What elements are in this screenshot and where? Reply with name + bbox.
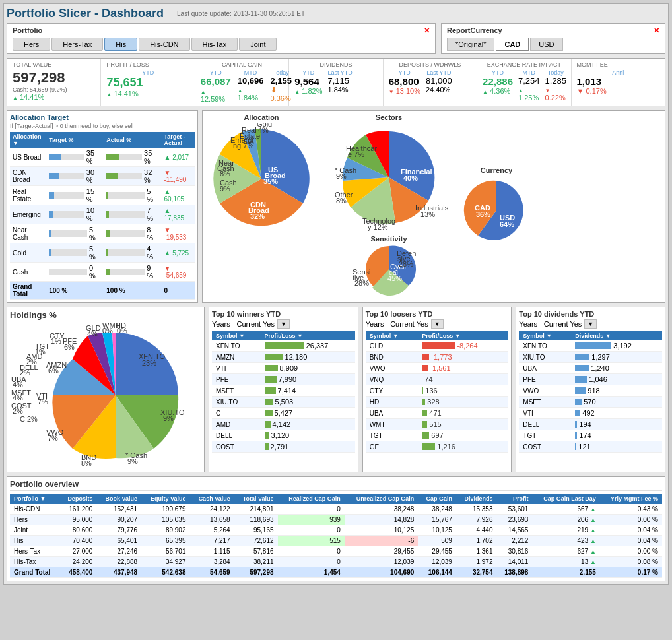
- mgmt-fee-annl: 1,013: [577, 76, 659, 87]
- capital-gain-block: Capital Gain YTD 66,087 12.59% MTD 10,69…: [195, 59, 289, 106]
- div-symbol: UBA: [519, 363, 571, 374]
- overview-capgain-header: Cap Gain: [418, 494, 456, 504]
- overview-row-equity: 190,679: [141, 504, 189, 515]
- currency-usd[interactable]: USD: [530, 38, 562, 51]
- profit-loss-pct: 14.41%: [106, 90, 189, 98]
- svg-text:8%: 8%: [81, 459, 92, 467]
- overview-row-caplast: 423 ▲: [532, 536, 599, 546]
- overview-row-caplast: 627 ▲: [532, 546, 599, 557]
- svg-text:9%: 9%: [220, 185, 230, 193]
- holdings-title: Holdings %: [10, 310, 201, 320]
- dividends-label: Dividends: [294, 61, 377, 68]
- alloc-row-actual: 5 %: [104, 186, 161, 205]
- overview-cash-header: Cash Value: [189, 494, 234, 504]
- loser-value: 697: [418, 430, 508, 441]
- svg-text:8%: 8%: [336, 197, 347, 205]
- overview-row-deposits: 80,600: [59, 525, 96, 536]
- top10-dividends-filter: Years - Current Yes ▼: [519, 319, 662, 329]
- alloc-row-name: Near Cash: [10, 224, 46, 243]
- tab-hers[interactable]: Hers: [13, 38, 50, 51]
- overview-row-realized: 0: [278, 504, 345, 515]
- deposits-ytd: 68,800: [389, 76, 420, 87]
- overview-row-book: 152,431: [96, 504, 141, 515]
- svg-text:7%: 7%: [38, 398, 48, 406]
- svg-text:9%: 9%: [163, 414, 174, 422]
- overview-row-mgmt: 0.04 %: [600, 536, 662, 546]
- overview-row-unrealized: 12,039: [345, 557, 418, 567]
- overview-row-total: 118,693: [234, 515, 278, 525]
- svg-text:4%: 4%: [13, 381, 23, 389]
- capital-gain-today: 2,155: [271, 76, 292, 86]
- currency-original[interactable]: *Original*: [447, 38, 494, 51]
- svg-text:y 12%: y 12%: [368, 223, 388, 231]
- overview-row-unrealized: 38,248: [345, 504, 418, 515]
- overview-grand-total-mgmt: 0.17 %: [600, 567, 662, 578]
- portfolio-clear-btn[interactable]: ✕: [424, 26, 430, 35]
- div-symbol: VWO: [519, 385, 571, 397]
- loser-value: 74: [418, 374, 508, 385]
- portfolio-overview-panel: Portfolio overview Portfolio ▼ Deposits …: [7, 476, 665, 581]
- overview-row-mgmt: 0.00 %: [600, 515, 662, 525]
- tab-joint[interactable]: Joint: [239, 38, 277, 51]
- overview-portfolio-header: Portfolio ▼: [10, 494, 59, 504]
- top10-dividends-filter-btn[interactable]: ▼: [584, 319, 597, 329]
- loser-value: -8,264: [418, 340, 508, 352]
- alloc-row-name: Emerging: [10, 205, 46, 224]
- sectors-pie-chart: Financial 40% Industrials 13% Technolog …: [323, 121, 455, 234]
- overview-row-deposits: 95,000: [59, 515, 96, 525]
- alloc-row-name: Gold: [10, 243, 46, 263]
- middle-section: Allocation Target If [Target-Actual] > 0…: [7, 110, 665, 303]
- currency-title: Currency: [481, 166, 512, 174]
- overview-row-deposits: 27,000: [59, 546, 96, 557]
- svg-text:23%: 23%: [142, 359, 156, 367]
- svg-text:4%: 4%: [13, 394, 23, 402]
- svg-text:45%: 45%: [387, 274, 402, 282]
- overview-row-equity: 89,902: [141, 525, 189, 536]
- profit-loss-ytd: 75,651: [106, 76, 189, 90]
- div-value: 918: [571, 385, 662, 397]
- currency-cad[interactable]: CAD: [496, 38, 529, 51]
- overview-grand-total-book: 437,948: [96, 567, 141, 578]
- div-value: 174: [571, 430, 662, 441]
- overview-grand-total-equity: 542,638: [141, 567, 189, 578]
- div-symbol: COST: [519, 441, 571, 453]
- allocation-note: If [Target-Actual] > 0 then need to buy,…: [10, 123, 195, 129]
- top10-dividends-table: Symbol ▼ Dividends ▼ XFN.TO 3,192 XIU.TO…: [519, 331, 662, 453]
- tab-hers-tax[interactable]: Hers-Tax: [51, 38, 103, 51]
- overview-row-cash: 1,115: [189, 546, 234, 557]
- stats-row: Total Value 597,298 Cash: 54,659 (9.2%) …: [7, 58, 665, 106]
- alloc-row-actual: 8 %: [104, 224, 161, 243]
- overview-grand-total-capgain: 106,144: [418, 567, 456, 578]
- total-value-block: Total Value 597,298 Cash: 54,659 (9.2%) …: [7, 59, 101, 106]
- div-symbol: TGT: [519, 430, 571, 441]
- loser-symbol: WMT: [366, 419, 419, 430]
- loser-value: -1,773: [418, 352, 508, 363]
- winner-symbol: C: [212, 408, 261, 419]
- div-value: 121: [571, 441, 662, 453]
- loser-value: 471: [418, 408, 508, 419]
- svg-text:e 7%: e 7%: [348, 150, 364, 158]
- overview-row-profit: 30,816: [497, 546, 533, 557]
- top10-losers-filter: Years - Current Yes ▼: [366, 319, 509, 329]
- svg-text:9%: 9%: [336, 172, 347, 180]
- sensitivity-title: Sensitivity: [349, 235, 428, 243]
- profit-loss-label: Profit / Loss: [106, 61, 189, 68]
- top10-losers-filter-btn[interactable]: ▼: [431, 319, 444, 329]
- overview-row-unrealized: 10,125: [345, 525, 418, 536]
- tab-his[interactable]: His: [104, 38, 137, 51]
- overview-row-book: 65,401: [96, 536, 141, 546]
- holdings-pie-chart: XFN.TO 23% XIU.TO 9% * Cash 9% BND 8% VW…: [10, 323, 195, 468]
- top10-winners-filter-btn[interactable]: ▼: [277, 319, 290, 329]
- report-currency-clear-btn[interactable]: ✕: [654, 26, 659, 35]
- exchange-rate-label: Exchange Rate Impact: [483, 61, 565, 68]
- svg-text:36%: 36%: [476, 210, 490, 218]
- allocation-panel: Allocation Target If [Target-Actual] > 0…: [7, 110, 198, 303]
- tab-his-tax[interactable]: His-Tax: [191, 38, 238, 51]
- tab-his-cdn[interactable]: His-CDN: [139, 38, 189, 51]
- alloc-row-target: 30 %: [46, 167, 104, 186]
- losers-symbol-header: Symbol ▼: [366, 331, 419, 340]
- winners-profit-header: Profit/Loss ▼: [261, 331, 355, 340]
- svg-text:1%: 1%: [51, 337, 61, 345]
- overview-row-cash: 5,264: [189, 525, 234, 536]
- profit-loss-block: Profit / Loss YTD 75,651 14.41%: [101, 59, 195, 106]
